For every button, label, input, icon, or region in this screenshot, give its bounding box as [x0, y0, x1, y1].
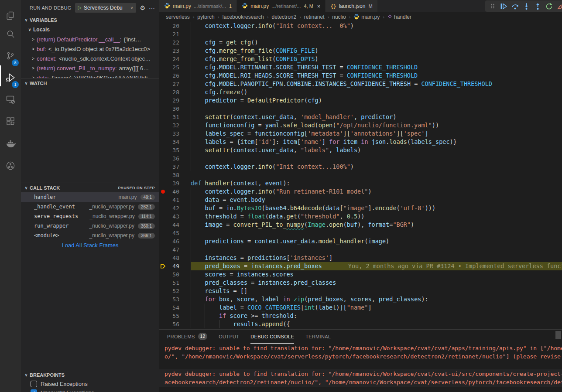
code-line-52[interactable]: 52 results = []: [159, 287, 562, 295]
code-line-24[interactable]: 24 cfg.merge_from_list(CONFIG_OPTS): [159, 55, 562, 63]
stack-frame[interactable]: handlermain.py49:1: [21, 192, 159, 202]
code-line-53[interactable]: 53 for box, score, label in zip(pred_box…: [159, 295, 562, 303]
code-line-21[interactable]: 21: [159, 30, 562, 38]
activity-graph-button[interactable]: [0, 157, 21, 176]
code-line-54[interactable]: 54 label = COCO_CATEGORIES[int(label)]["…: [159, 303, 562, 312]
checkbox-checked[interactable]: ✓: [31, 389, 37, 392]
code-line-42[interactable]: 42 buf = io.BytesIO(base64.b64decode(dat…: [159, 204, 562, 212]
gutter[interactable]: [159, 171, 166, 179]
code-line-32[interactable]: 32 functionconfig = yaml.safe_load(open(…: [159, 121, 562, 130]
code-line-27[interactable]: 27 cfg.MODEL.PANOPTIC_FPN.COMBINE.INSTAN…: [159, 80, 562, 88]
gutter[interactable]: [159, 237, 166, 245]
panel-tab-terminal[interactable]: TERMINAL: [305, 330, 331, 344]
gutter[interactable]: [159, 80, 166, 88]
launch-config-select[interactable]: ▷ Serverless Debu ∨: [75, 3, 137, 13]
code-line-47[interactable]: 47: [159, 245, 562, 254]
code-line-26[interactable]: 26 cfg.MODEL.ROI_HEADS.SCORE_THRESH_TEST…: [159, 72, 562, 80]
breadcrumb-item[interactable]: pytorch: [197, 14, 214, 20]
code-line-20[interactable]: 20 context.logger.info("Init context... …: [159, 22, 562, 30]
code-line-50[interactable]: 50 scores = instances.scores: [159, 270, 562, 279]
variable-row[interactable]: >context:<nuclio_sdk.context.Context obj…: [21, 54, 159, 63]
gutter[interactable]: [159, 320, 166, 328]
gutter[interactable]: [159, 154, 166, 163]
gutter[interactable]: [159, 229, 166, 237]
code-line-22[interactable]: 22 cfg = get_cfg(): [159, 38, 562, 47]
gutter[interactable]: [159, 96, 166, 105]
variables-header[interactable]: ∨ VARIABLES: [21, 15, 159, 25]
code-line-23[interactable]: 23 cfg.merge_from_file(CONFIG_FILE): [159, 47, 562, 55]
step-into-icon[interactable]: [521, 1, 531, 11]
step-over-icon[interactable]: [510, 1, 520, 11]
gutter[interactable]: [159, 55, 166, 63]
code-line-40[interactable]: 40 context.logger.info("Run retinanet-R1…: [159, 187, 562, 196]
variable-row[interactable]: >(return) DefaultPredictor.__call__:{'in…: [21, 34, 159, 44]
gear-icon[interactable]: ⚙: [140, 4, 145, 11]
gutter[interactable]: [159, 30, 166, 38]
code-line-33[interactable]: 33 labels_spec = functionconfig['metadat…: [159, 130, 562, 138]
breakpoints-header[interactable]: ∨ BREAKPOINTS: [21, 370, 159, 379]
gutter[interactable]: [159, 204, 166, 212]
breakpoint-row[interactable]: Raised Exceptions: [21, 379, 159, 388]
gutter[interactable]: [159, 146, 166, 154]
editor-tab-launch.json[interactable]: {}launch.jsonM: [326, 0, 377, 12]
code-line-48[interactable]: 48 instances = predictions['instances']: [159, 254, 562, 262]
breadcrumb-item[interactable]: detectron2: [271, 14, 296, 20]
code-line-34[interactable]: 34 labels = {item['id']: item['name'] fo…: [159, 138, 562, 146]
gutter[interactable]: [159, 130, 166, 138]
code-line-28[interactable]: 28 cfg.freeze(): [159, 88, 562, 96]
panel-tab-problems[interactable]: PROBLEMS12: [167, 330, 207, 344]
gutter[interactable]: [159, 47, 166, 55]
activity-explorer-button[interactable]: [0, 7, 21, 26]
code-editor[interactable]: 20 context.logger.info("Init context... …: [159, 22, 562, 329]
variable-row[interactable]: >(return) convert_PIL_to_numpy:array([[[…: [21, 63, 159, 73]
variable-row[interactable]: >data:{'image': 'iVBORw0KGgoAAAANSUhE…: [21, 73, 159, 78]
gutter[interactable]: [159, 221, 166, 229]
code-line-55[interactable]: 55 if score >= threshold:: [159, 312, 562, 320]
activity-run-and-debug-button[interactable]: 1: [0, 69, 21, 88]
code-line-38[interactable]: 38: [159, 171, 562, 179]
stack-frame[interactable]: serve_requests_nuclio_wrapper.py114:1: [21, 211, 159, 221]
gutter[interactable]: [159, 287, 166, 295]
gutter[interactable]: [159, 63, 166, 72]
editor-tab-main.py[interactable]: main.py.../siammask/...1: [159, 0, 237, 12]
gutter[interactable]: [159, 254, 166, 262]
panel-tab-debug-console[interactable]: DEBUG CONSOLE: [250, 330, 294, 344]
gutter[interactable]: [159, 312, 166, 320]
code-line-46[interactable]: 46 predictions = context.user_data.model…: [159, 237, 562, 245]
gutter[interactable]: [159, 38, 166, 47]
activity-source-control-button[interactable]: 8: [0, 47, 21, 66]
restart-icon[interactable]: [544, 1, 554, 11]
load-all-stack-frames-link[interactable]: Load All Stack Frames: [21, 242, 159, 249]
panel-scrollbar[interactable]: [555, 331, 561, 339]
gutter[interactable]: [159, 179, 166, 187]
code-line-44[interactable]: 44 image = convert_PIL_to_numpy(Image.op…: [159, 221, 562, 229]
code-line-41[interactable]: 41 data = event.body: [159, 196, 562, 204]
close-icon[interactable]: ×: [317, 3, 321, 10]
activity-docker-button[interactable]: [0, 134, 21, 153]
code-line-36[interactable]: 36: [159, 154, 562, 163]
execution-pointer-icon[interactable]: [159, 262, 166, 270]
code-line-25[interactable]: 25 cfg.MODEL.RETINANET.SCORE_THRESH_TEST…: [159, 63, 562, 72]
stack-frame[interactable]: run_wrapper_nuclio_wrapper.py360:1: [21, 221, 159, 231]
code-line-35[interactable]: 35 setattr(context.user_data, "labels", …: [159, 146, 562, 154]
code-line-31[interactable]: 31 setattr(context.user_data, 'model_han…: [159, 113, 562, 121]
continue-icon[interactable]: [499, 1, 509, 11]
watch-header[interactable]: ∨ WATCH: [21, 78, 159, 88]
drag-handle-icon[interactable]: [487, 1, 497, 11]
code-line-39[interactable]: 39def handler(context, event):: [159, 179, 562, 187]
scope-locals[interactable]: ∨ Locals: [21, 25, 159, 34]
breadcrumb-item[interactable]: serverless: [166, 14, 190, 20]
activity-extensions-button[interactable]: [0, 112, 21, 132]
gutter[interactable]: [159, 88, 166, 96]
call-stack-header[interactable]: ∨ CALL STACK PAUSED ON STEP: [21, 183, 159, 192]
breadcrumb-item[interactable]: main.py: [353, 14, 380, 21]
code-line-56[interactable]: 56 results.append({: [159, 320, 562, 328]
code-line-30[interactable]: 30: [159, 105, 562, 113]
breadcrumb-item[interactable]: retinanet: [304, 14, 325, 20]
breadcrumb-item[interactable]: nuclio: [332, 14, 346, 20]
breadcrumb-item[interactable]: handler: [387, 14, 411, 20]
code-line-49[interactable]: 49 pred_boxes = instances.pred_boxesYou,…: [159, 262, 562, 270]
gutter[interactable]: [159, 113, 166, 121]
breakpoint-row[interactable]: ✓Uncaught Exceptions: [21, 388, 159, 392]
gutter[interactable]: [159, 295, 166, 303]
